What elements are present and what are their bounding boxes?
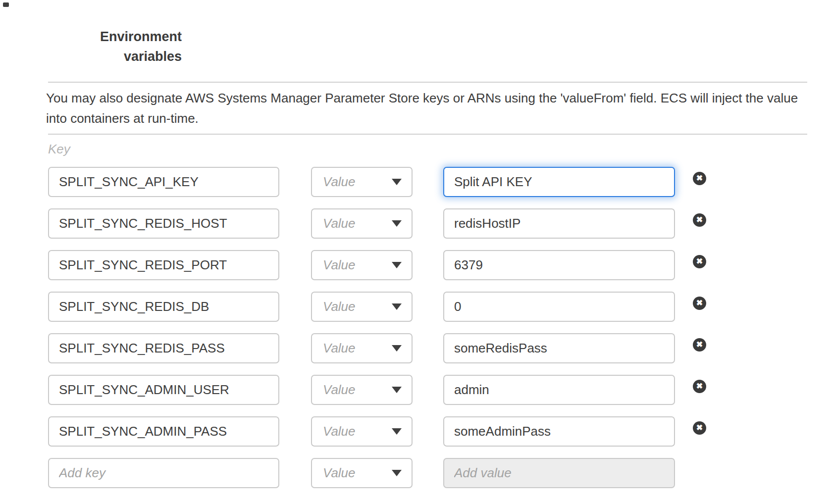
env-var-row: Value ✖ xyxy=(48,167,706,197)
env-var-row: Value ✖ xyxy=(48,375,706,405)
env-value-input[interactable] xyxy=(443,292,675,322)
circle-x-icon: ✖ xyxy=(696,299,703,307)
circle-x-icon: ✖ xyxy=(696,257,703,265)
chevron-down-icon xyxy=(392,179,402,185)
bottom-divider xyxy=(48,134,807,135)
top-divider xyxy=(48,82,807,83)
remove-row-button[interactable]: ✖ xyxy=(693,213,706,227)
env-type-dropdown[interactable]: Value xyxy=(311,292,413,322)
remove-row-button[interactable]: ✖ xyxy=(693,297,706,310)
env-type-selected-value: Value xyxy=(323,299,356,314)
chevron-down-icon xyxy=(392,428,402,435)
env-type-selected-value: Value xyxy=(323,465,356,481)
ecs-env-variables-form: Environment variables You may also desig… xyxy=(0,0,831,504)
env-type-dropdown[interactable]: Value xyxy=(311,416,413,447)
env-value-input[interactable] xyxy=(443,250,675,280)
environment-variables-label-line1: Environment xyxy=(30,27,182,47)
env-type-dropdown[interactable]: Value xyxy=(311,167,413,197)
env-key-input[interactable] xyxy=(48,292,279,322)
env-type-selected-value: Value xyxy=(323,257,356,273)
chevron-down-icon xyxy=(392,262,402,268)
circle-x-icon: ✖ xyxy=(696,216,703,224)
environment-variables-label-line2: variables xyxy=(30,47,182,66)
circle-x-icon: ✖ xyxy=(696,424,703,432)
chevron-down-icon xyxy=(392,470,402,476)
remove-row-button[interactable]: ✖ xyxy=(693,172,706,185)
chevron-down-icon xyxy=(392,220,402,227)
env-type-dropdown[interactable]: Value xyxy=(311,333,413,363)
chevron-down-icon xyxy=(392,345,402,352)
env-key-input[interactable] xyxy=(48,416,279,447)
add-key-input[interactable] xyxy=(48,458,279,488)
env-value-input[interactable] xyxy=(443,333,675,363)
remove-row-button[interactable]: ✖ xyxy=(693,255,706,268)
remove-row-button[interactable]: ✖ xyxy=(693,421,706,435)
env-type-selected-value: Value xyxy=(323,424,356,439)
circle-x-icon: ✖ xyxy=(696,382,703,390)
env-var-row: Value ✖ xyxy=(48,292,706,322)
clipped-content-fragment xyxy=(3,2,9,7)
remove-row-button[interactable]: ✖ xyxy=(693,338,706,352)
env-var-row: Value ✖ xyxy=(48,250,706,280)
env-type-dropdown[interactable]: Value xyxy=(311,250,413,280)
env-value-input[interactable] xyxy=(443,416,675,447)
env-value-input[interactable] xyxy=(443,208,675,239)
env-type-dropdown[interactable]: Value xyxy=(311,208,413,239)
key-column-header: Key xyxy=(48,142,70,157)
env-key-input[interactable] xyxy=(48,333,279,363)
env-key-input[interactable] xyxy=(48,375,279,405)
env-key-input[interactable] xyxy=(48,250,279,280)
remove-row-button[interactable]: ✖ xyxy=(693,380,706,393)
env-var-row: Value xyxy=(48,458,706,488)
env-type-selected-value: Value xyxy=(323,341,356,356)
env-var-row: Value ✖ xyxy=(48,208,706,239)
env-var-row: Value ✖ xyxy=(48,416,706,447)
env-var-row: Value ✖ xyxy=(48,333,706,363)
env-value-input[interactable] xyxy=(443,167,675,197)
env-value-input[interactable] xyxy=(443,375,675,405)
chevron-down-icon xyxy=(392,303,402,310)
env-type-selected-value: Value xyxy=(323,174,356,190)
circle-x-icon: ✖ xyxy=(696,341,703,349)
environment-variables-label: Environment variables xyxy=(30,27,182,66)
add-value-input[interactable] xyxy=(443,458,675,488)
env-var-rows: Value ✖ Value ✖ Value xyxy=(48,167,706,500)
env-key-input[interactable] xyxy=(48,167,279,197)
env-type-selected-value: Value xyxy=(323,382,356,398)
env-type-selected-value: Value xyxy=(323,216,356,231)
env-key-input[interactable] xyxy=(48,208,279,239)
description-text: You may also designate AWS Systems Manag… xyxy=(46,88,807,129)
circle-x-icon: ✖ xyxy=(696,174,703,182)
env-type-dropdown[interactable]: Value xyxy=(311,375,413,405)
env-type-dropdown[interactable]: Value xyxy=(311,458,413,488)
chevron-down-icon xyxy=(392,387,402,393)
